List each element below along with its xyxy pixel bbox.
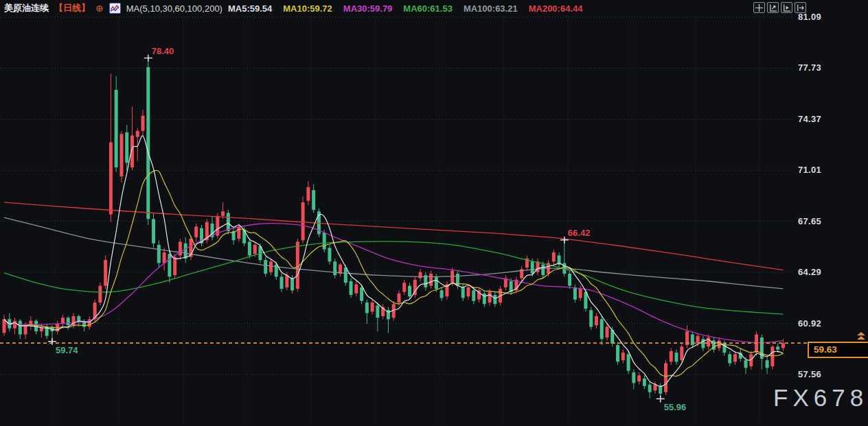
chart-toolbar [753,2,806,13]
ma-value: MA60:61.53 [403,3,453,14]
extreme-marker: 78.40 [144,46,174,62]
candle [712,338,716,353]
candle [648,381,652,398]
candle [45,324,49,339]
crosshair-icon [755,3,764,12]
ma-values: MA5:59.54MA10:59.72MA30:59.79MA60:61.53M… [228,3,583,14]
candlestick-chart[interactable]: 78.4059.7466.4255.96 [0,0,868,426]
candle [227,210,230,234]
ma-params-label: MA(5,10,30,60,100,200) [126,3,222,14]
candle [520,266,523,281]
candle [568,271,571,289]
line-chart-icon [111,5,119,12]
period-label: 【日线】 [54,2,90,14]
y-axis-label: 81.09 [798,12,821,22]
candle [200,225,203,246]
candles-layer [3,58,785,399]
exit-right-arrow-icon [796,3,805,12]
candle [381,304,385,319]
add-indicator-icon[interactable]: ⊕ [95,3,104,13]
candle [440,287,444,301]
y-axis-label: 64.29 [798,267,821,277]
candle [232,228,236,245]
gridlines [0,17,794,425]
candle [13,318,16,334]
candle [301,196,305,244]
candle [387,307,390,333]
current-price-tag: 59.63 [808,342,868,358]
candle [573,284,577,303]
axis-up-arrow-icon [768,3,777,12]
candle [413,276,417,298]
candle [29,316,32,330]
candle [157,240,161,268]
pan-right-button[interactable] [795,2,806,13]
candle [350,279,353,298]
candle [344,265,347,286]
extreme-marker: 55.96 [656,395,687,412]
candle [600,316,604,345]
indicator-settings-icon[interactable] [109,3,121,14]
symbol-name: 美原油连续 [4,2,49,14]
candle [493,292,496,307]
candle [562,240,566,277]
candle [119,131,123,182]
candle [333,259,336,279]
candle [552,250,556,265]
candle [691,331,694,348]
candle [221,202,225,219]
candle [275,261,278,280]
candle [339,263,342,276]
ma-value: MA100:63.21 [464,3,518,14]
y-axis-label: 71.01 [798,165,821,175]
candle [104,255,107,289]
extreme-marker: 59.74 [48,338,78,355]
candle [408,283,411,299]
candle [483,290,486,307]
ma-value: MA5:59.54 [228,3,272,14]
candle [306,181,310,205]
candle [670,348,673,364]
candle [595,313,598,329]
extreme-price-label: 59.74 [56,345,78,355]
candle [152,213,155,248]
axis-play-icon [782,3,791,12]
candle [146,58,150,226]
candle [606,324,609,340]
candle [419,269,422,281]
candle [466,284,470,299]
candle [770,345,774,369]
y-axis-label: 67.65 [798,216,821,226]
extreme-price-label: 78.40 [152,46,174,56]
candle [429,271,433,289]
candle [163,248,166,270]
ma-line-ma100 [4,217,783,289]
candle [627,351,630,374]
candle [8,313,11,332]
candle [685,325,689,348]
candle [536,259,540,275]
candle [477,287,481,303]
candle [402,280,406,295]
candle [424,272,427,291]
y-axis-label: 57.56 [798,369,821,379]
candle [280,274,284,292]
candle [445,281,448,300]
y-axis-label: 74.37 [798,114,821,124]
candle [194,224,198,242]
candle [701,336,705,351]
zoom-axis-play-button[interactable] [781,2,792,13]
candle [766,357,769,374]
chart-header: 美原油连续【日线】 ⊕ MA(5,10,30,60,100,200) MA5:5… [4,1,582,15]
candle [264,257,267,277]
candle [733,351,737,365]
candle [88,316,91,330]
crosshair-button[interactable] [753,2,765,13]
candle [675,350,678,365]
extreme-price-label: 55.96 [664,402,687,412]
candle [3,315,6,336]
zoom-axis-up-button[interactable] [767,2,779,13]
candle [115,76,118,171]
candle [296,239,299,292]
candle [376,303,379,331]
